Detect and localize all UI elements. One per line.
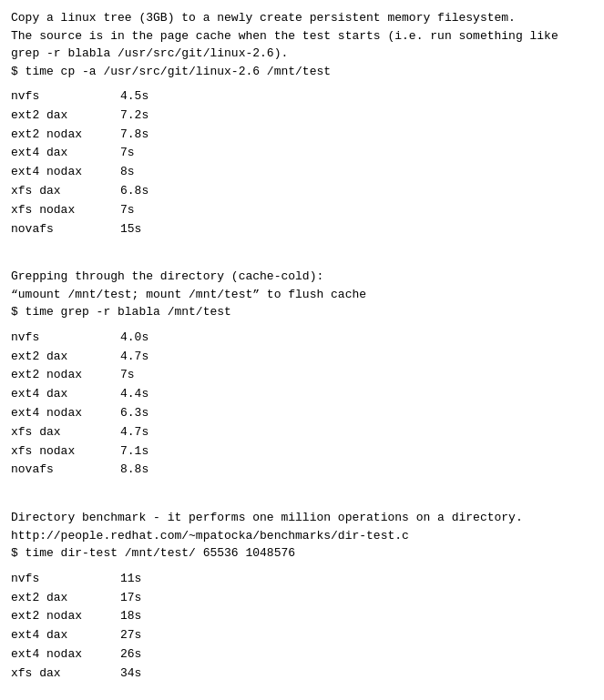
table-row: xfs nodax7.1s xyxy=(11,442,593,462)
bench-value: 27s xyxy=(120,626,593,645)
table-row: nvfs4.5s xyxy=(11,87,593,107)
table-row: xfs nodax7s xyxy=(11,201,593,220)
table-row: xfs dax4.7s xyxy=(11,423,593,442)
bench-value: 7.8s xyxy=(120,126,593,145)
bench-value: 7s xyxy=(120,366,593,385)
bench-value: 8s xyxy=(120,163,593,182)
dir-table: nvfs11sext2 dax17sext2 nodax18sext4 dax2… xyxy=(11,570,593,684)
bench-name: nvfs xyxy=(11,329,120,348)
table-row: ext2 nodax18s xyxy=(11,607,593,626)
bench-name: ext2 dax xyxy=(11,348,120,367)
bench-value: 7s xyxy=(120,201,593,220)
table-row: ext4 nodax8s xyxy=(11,163,593,182)
table-row: ext4 dax4.4s xyxy=(11,385,593,404)
table-row: ext4 dax27s xyxy=(11,626,593,645)
bench-value: 4.7s xyxy=(120,348,593,367)
bench-name: ext2 dax xyxy=(11,589,120,608)
page-content: Copy a linux tree (3GB) to a newly creat… xyxy=(11,9,593,684)
bench-value: 26s xyxy=(120,645,593,664)
grep-table: nvfs4.0sext2 dax4.7sext2 nodax7sext4 dax… xyxy=(11,329,593,480)
bench-value: 8.8s xyxy=(120,461,593,480)
table-row: nvfs11s xyxy=(11,570,593,589)
bench-name: ext2 nodax xyxy=(11,126,120,145)
table-row: novafs15s xyxy=(11,220,593,239)
bench-value: 4.5s xyxy=(120,87,593,107)
bench-name: ext2 nodax xyxy=(11,607,120,626)
bench-value: 34s xyxy=(120,664,593,684)
bench-name: xfs dax xyxy=(11,423,120,442)
bench-name: xfs dax xyxy=(11,664,120,684)
bench-name: xfs nodax xyxy=(11,442,120,462)
bench-value: 7.1s xyxy=(120,442,593,462)
table-row: ext4 dax7s xyxy=(11,144,593,163)
table-row: ext2 dax17s xyxy=(11,589,593,608)
bench-name: ext4 dax xyxy=(11,626,120,645)
bench-name: ext2 nodax xyxy=(11,366,120,385)
bench-name: ext4 dax xyxy=(11,385,120,404)
bench-name: ext2 dax xyxy=(11,107,120,126)
bench-value: 7.2s xyxy=(120,107,593,126)
table-row: ext4 nodax6.3s xyxy=(11,404,593,423)
table-row: ext2 dax7.2s xyxy=(11,107,593,126)
bench-name: novafs xyxy=(11,461,120,480)
bench-value: 18s xyxy=(120,607,593,626)
bench-name: novafs xyxy=(11,220,120,239)
table-row: ext2 nodax7.8s xyxy=(11,126,593,145)
table-row: novafs8.8s xyxy=(11,461,593,480)
bench-value: 15s xyxy=(120,220,593,239)
bench-value: 4.0s xyxy=(120,329,593,348)
bench-value: 17s xyxy=(120,589,593,608)
bench-name: ext4 nodax xyxy=(11,163,120,182)
copy-description: Copy a linux tree (3GB) to a newly creat… xyxy=(11,9,593,80)
bench-name: ext4 nodax xyxy=(11,404,120,423)
table-row: nvfs4.0s xyxy=(11,329,593,348)
table-row: ext2 nodax7s xyxy=(11,366,593,385)
copy-table: nvfs4.5sext2 dax7.2sext2 nodax7.8sext4 d… xyxy=(11,87,593,238)
bench-name: ext4 nodax xyxy=(11,645,120,664)
grep-description: Grepping through the directory (cache-co… xyxy=(11,268,593,321)
bench-value: 6.8s xyxy=(120,182,593,201)
table-row: ext2 dax4.7s xyxy=(11,348,593,367)
bench-value: 6.3s xyxy=(120,404,593,423)
dir-description: Directory benchmark - it performs one mi… xyxy=(11,509,593,563)
bench-value: 4.4s xyxy=(120,385,593,404)
copy-section: Copy a linux tree (3GB) to a newly creat… xyxy=(11,9,593,238)
table-row: xfs dax6.8s xyxy=(11,182,593,201)
bench-name: nvfs xyxy=(11,87,120,107)
bench-name: xfs dax xyxy=(11,182,120,201)
bench-name: ext4 dax xyxy=(11,144,120,163)
table-row: ext4 nodax26s xyxy=(11,645,593,664)
bench-name: nvfs xyxy=(11,570,120,589)
grep-section: Grepping through the directory (cache-co… xyxy=(11,268,593,480)
dir-section: Directory benchmark - it performs one mi… xyxy=(11,509,593,683)
bench-name: xfs nodax xyxy=(11,201,120,220)
bench-value: 11s xyxy=(120,570,593,589)
bench-value: 7s xyxy=(120,144,593,163)
table-row: xfs dax34s xyxy=(11,664,593,684)
bench-value: 4.7s xyxy=(120,423,593,442)
